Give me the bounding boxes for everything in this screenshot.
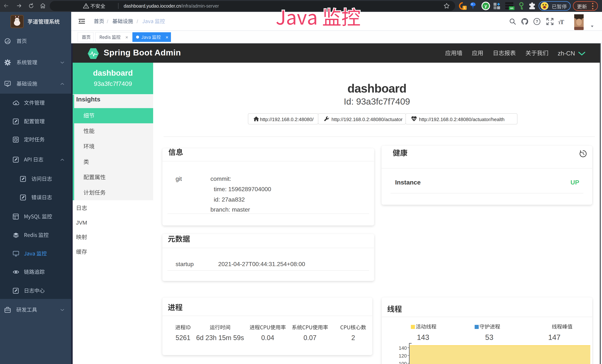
svg-text:1: 1 — [464, 6, 465, 10]
svg-text:on: on — [510, 7, 513, 10]
svg-text:?: ? — [536, 19, 538, 24]
svg-text:T: T — [558, 20, 561, 25]
svg-text:y: y — [484, 3, 487, 8]
